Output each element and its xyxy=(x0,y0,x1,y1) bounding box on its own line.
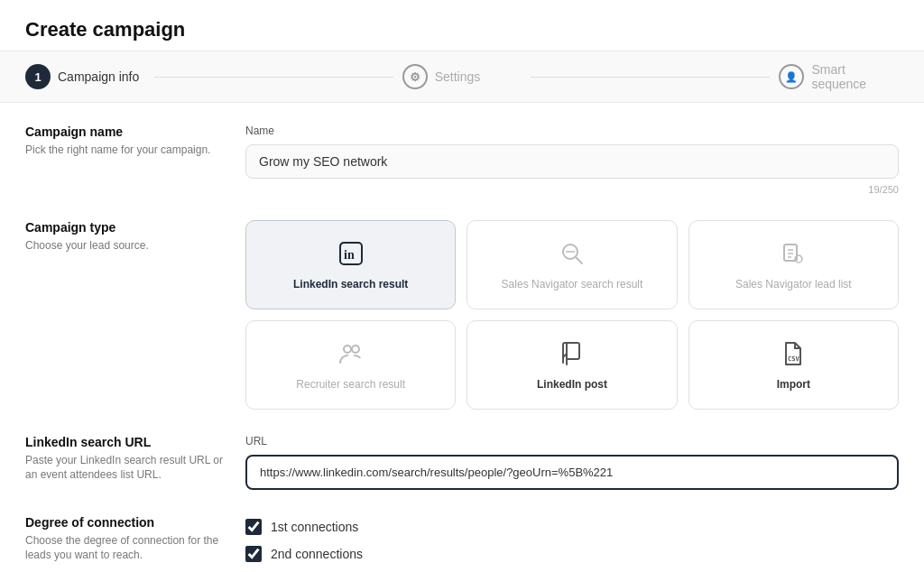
campaign-type-desc: Choose your lead source. xyxy=(25,238,224,254)
degree-heading: Degree of connection xyxy=(25,515,224,530)
url-field-label: URL xyxy=(245,435,899,447)
linkedin-search-label: LinkedIn search result xyxy=(293,277,408,292)
linkedin-search-icon: in xyxy=(335,237,367,270)
step-label-settings: Settings xyxy=(435,69,481,84)
degree-content: 1st connections 2nd connections 3rd conn… xyxy=(245,515,899,572)
svg-text:in: in xyxy=(344,248,355,262)
degree-label: Degree of connection Choose the degree o… xyxy=(25,515,224,564)
type-sales-nav-lead[interactable]: Sales Navigator lead list xyxy=(688,220,899,309)
sales-nav-search-icon xyxy=(556,237,588,270)
sales-nav-lead-icon xyxy=(777,237,809,270)
step-label-smart-sequence: Smart sequence xyxy=(811,62,899,91)
step-label-campaign-info: Campaign info xyxy=(58,69,139,84)
second-connection-checkbox[interactable] xyxy=(245,546,262,562)
import-icon: CSV xyxy=(777,337,809,370)
form-content: Campaign name Pick the right name for yo… xyxy=(0,103,924,572)
char-count: 19/250 xyxy=(245,184,899,195)
linkedin-url-desc: Paste your LinkedIn search result URL or… xyxy=(25,453,224,484)
type-linkedin-search[interactable]: in LinkedIn search result xyxy=(245,220,456,309)
sales-nav-search-label: Sales Navigator search result xyxy=(502,277,643,292)
campaign-type-grid: in LinkedIn search result xyxy=(245,220,899,410)
campaign-name-input[interactable] xyxy=(245,144,899,179)
url-input[interactable] xyxy=(245,455,899,490)
first-connection-checkbox[interactable] xyxy=(245,519,262,535)
sales-nav-lead-label: Sales Navigator lead list xyxy=(735,277,852,292)
name-field-label: Name xyxy=(245,125,899,137)
import-label: Import xyxy=(777,377,810,392)
linkedin-url-label: LinkedIn search URL Paste your LinkedIn … xyxy=(25,435,224,484)
page-wrapper: Create campaign 1 Campaign info ⚙ Settin… xyxy=(0,0,924,572)
campaign-name-desc: Pick the right name for your campaign. xyxy=(25,143,224,158)
first-connection-label[interactable]: 1st connections xyxy=(271,520,358,534)
step-divider-1 xyxy=(154,77,393,78)
page-header: Create campaign xyxy=(0,0,924,51)
svg-text:CSV: CSV xyxy=(788,355,799,363)
second-connection-row: 2nd connections xyxy=(245,546,899,562)
connection-checkboxes: 1st connections 2nd connections 3rd conn… xyxy=(245,519,899,572)
degree-section: Degree of connection Choose the degree o… xyxy=(25,515,899,572)
campaign-type-heading: Campaign type xyxy=(25,220,224,235)
step-icon-settings: ⚙ xyxy=(402,64,428,89)
recruiter-search-label: Recruiter search result xyxy=(296,377,405,392)
second-connection-label[interactable]: 2nd connections xyxy=(271,547,363,561)
linkedin-url-content: URL xyxy=(245,435,899,490)
first-connection-row: 1st connections xyxy=(245,519,899,535)
linkedin-post-icon xyxy=(556,337,588,370)
svg-point-11 xyxy=(352,346,359,353)
step-smart-sequence: 👤 Smart sequence xyxy=(779,62,899,91)
campaign-name-content: Name 19/250 xyxy=(245,125,899,195)
type-import[interactable]: CSV Import xyxy=(688,320,899,410)
step-divider-2 xyxy=(531,77,770,78)
degree-desc: Choose the degree of connection for the … xyxy=(25,533,224,564)
recruiter-search-icon xyxy=(335,337,367,370)
type-recruiter-search[interactable]: Recruiter search result xyxy=(245,320,456,410)
svg-point-10 xyxy=(344,346,351,353)
type-sales-nav-search[interactable]: Sales Navigator search result xyxy=(467,220,677,309)
stepper: 1 Campaign info ⚙ Settings 👤 Smart seque… xyxy=(0,51,924,103)
svg-line-3 xyxy=(576,257,582,263)
campaign-name-label: Campaign name Pick the right name for yo… xyxy=(25,125,224,158)
campaign-name-section: Campaign name Pick the right name for yo… xyxy=(25,125,899,195)
step-campaign-info: 1 Campaign info xyxy=(25,64,145,89)
campaign-type-label: Campaign type Choose your lead source. xyxy=(25,220,224,254)
linkedin-post-label: LinkedIn post xyxy=(537,377,607,392)
campaign-type-section: Campaign type Choose your lead source. i… xyxy=(25,220,899,410)
campaign-name-heading: Campaign name xyxy=(25,125,224,139)
page-title: Create campaign xyxy=(25,18,899,42)
campaign-type-content: in LinkedIn search result xyxy=(245,220,899,410)
type-linkedin-post[interactable]: LinkedIn post xyxy=(467,320,677,410)
linkedin-url-heading: LinkedIn search URL xyxy=(25,435,224,449)
step-settings: ⚙ Settings xyxy=(402,64,522,89)
linkedin-url-section: LinkedIn search URL Paste your LinkedIn … xyxy=(25,435,899,490)
step-icon-campaign-info: 1 xyxy=(25,64,51,89)
step-icon-smart-sequence: 👤 xyxy=(779,64,804,89)
